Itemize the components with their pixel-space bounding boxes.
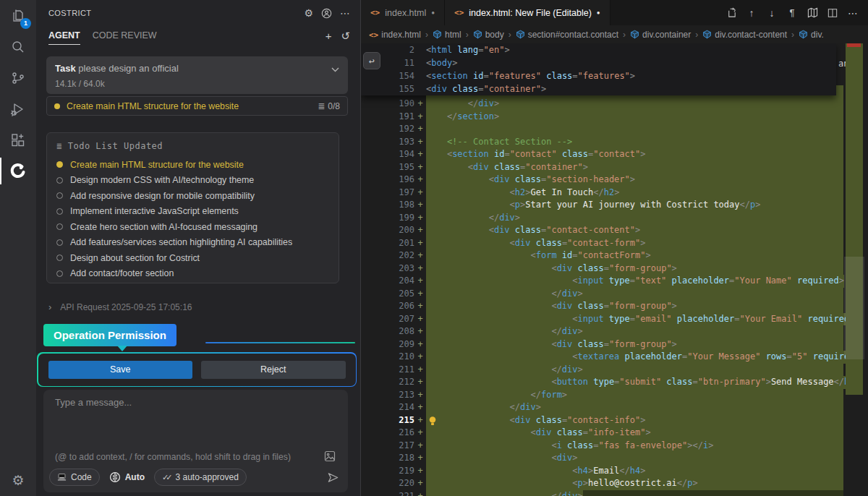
sidebar-title: COSTRICT [48, 9, 91, 17]
breadcrumb-item[interactable]: body [473, 30, 504, 40]
breadcrumb-item[interactable]: div.contact-content [702, 30, 787, 40]
more-actions-icon[interactable]: ⋯ [847, 7, 859, 19]
breadcrumb-item[interactable]: div.container [630, 30, 691, 40]
todo-bullet-icon [56, 208, 63, 215]
code-line-201[interactable]: 201+ <div class="contact-form"> [361, 237, 843, 250]
code-line-198[interactable]: 198+ <p>Start your AI journey with Costr… [361, 199, 843, 212]
sticky-line-154[interactable]: 154 <section id="features" class="featur… [361, 69, 836, 82]
api-request-row[interactable]: › API Request 2025-09-25 17:05:16 [48, 302, 192, 312]
chevron-down-icon[interactable] [331, 67, 339, 72]
auto-approved-pill[interactable]: ✓✓ 3 auto-approved [154, 469, 247, 486]
code-line-204[interactable]: 204+ <input type="text" placeholder="You… [361, 275, 843, 288]
mode-selector-code[interactable]: Code [49, 469, 100, 486]
code-line-190[interactable]: 190+ </div> [361, 98, 843, 111]
sticky-line-2[interactable]: 2<html lang="en"> [361, 43, 836, 56]
activity-item-run-debug[interactable] [0, 93, 36, 124]
activity-item-source-control[interactable] [0, 62, 36, 93]
code-line-209[interactable]: 209+ <div class="form-group"> [361, 338, 843, 351]
manage-gear-icon[interactable]: ⚙ [12, 472, 24, 489]
reject-button[interactable]: Reject [201, 361, 346, 379]
code-line-211[interactable]: 211+ </div> [361, 364, 843, 377]
lightbulb-icon[interactable] [428, 416, 437, 426]
open-preview-icon[interactable] [807, 7, 818, 19]
code-line-206[interactable]: 206+ <div class="form-group"> [361, 300, 843, 313]
code-line-205[interactable]: 205+ </div> [361, 288, 843, 301]
activity-item-costrict[interactable] [0, 155, 36, 187]
code-line-200[interactable]: 200+ <div class="contact-content"> [361, 224, 843, 237]
code-line-207[interactable]: 207+ <input type="email" placeholder="Yo… [361, 313, 843, 326]
modified-dot-icon[interactable]: ● [597, 9, 600, 16]
code-line-216[interactable]: 216+ <div class="info-item"> [361, 427, 843, 440]
html-file-icon: <> [454, 8, 464, 17]
code-line-221[interactable]: 221+ </div> [361, 490, 843, 496]
modified-dot-icon[interactable]: ● [431, 9, 435, 16]
breadcrumb-item[interactable]: html [433, 30, 461, 40]
code-line-218[interactable]: 218+ <div> [361, 452, 843, 465]
code-line-195[interactable]: 195+ <div class="container"> [361, 161, 843, 174]
account-icon[interactable] [321, 8, 332, 19]
code-line-215[interactable]: 215+ <div class="contact-info"> [361, 414, 843, 427]
scrollbar-thumb[interactable] [844, 257, 864, 359]
breadcrumb-item[interactable]: <>index.html [369, 30, 421, 40]
code-line-202[interactable]: 202+ <form id="contactForm"> [361, 249, 843, 262]
previous-change-icon[interactable]: ↑ [746, 7, 757, 19]
activity-item-explorer[interactable]: 1 [0, 0, 36, 31]
todo-list-card: ≣ Todo List Updated Create main HTML str… [46, 132, 339, 283]
code-line-220[interactable]: 220+ <p>hello@costrict.ai</p> [361, 477, 843, 490]
add-image-icon[interactable] [324, 450, 336, 462]
breadcrumb-item[interactable]: div. [799, 30, 824, 40]
todo-summary-row[interactable]: Create main HTML structure for the websi… [46, 96, 348, 116]
more-actions-icon[interactable]: ⋯ [340, 8, 350, 18]
tab-code-review[interactable]: CODE REVIEW [93, 30, 157, 40]
activity-item-extensions[interactable] [0, 124, 36, 155]
editor-tab-1[interactable]: <> index.html: New File (Editable) ● [445, 0, 610, 25]
code-line-208[interactable]: 208+ </div> [361, 325, 843, 338]
task-card[interactable]: Task please design an official 14.1k / 6… [46, 56, 348, 94]
code-line-213[interactable]: 213+ </form> [361, 389, 843, 402]
new-task-plus-icon[interactable]: + [326, 30, 332, 41]
code-line-203[interactable]: 203+ <div class="form-group"> [361, 262, 843, 275]
code-line-191[interactable]: 191+ </section> [361, 111, 843, 124]
active-todo-label: Create main HTML structure for the websi… [67, 101, 318, 111]
auto-model-selector[interactable]: Auto [109, 471, 145, 483]
rollback-button[interactable]: ↩ [363, 52, 380, 69]
split-editor-icon[interactable] [827, 7, 838, 19]
code-editor[interactable]: 189+ </div>190+ </div>191+ </section>192… [361, 43, 868, 496]
breadcrumb-label: section#contact.contact [528, 30, 618, 40]
settings-gear-icon[interactable]: ⚙ [304, 8, 313, 18]
code-line-214[interactable]: 214+ </div> [361, 401, 843, 414]
code-line-199[interactable]: 199+ </div> [361, 212, 843, 225]
rollback-icon: ↩ [369, 56, 375, 67]
code-line-210[interactable]: 210+ <textarea placeholder="Your Message… [361, 351, 843, 364]
send-button[interactable] [327, 471, 339, 484]
code-line-212[interactable]: 212+ <button type="submit" class="btn-pr… [361, 376, 843, 389]
code-line-196[interactable]: 196+ <div class="section-header"> [361, 174, 843, 187]
todo-item: Add contact/footer section [56, 266, 329, 282]
permission-badge-tail [117, 346, 127, 351]
code-line-192[interactable]: 192+ [361, 123, 843, 136]
extensions-icon [10, 132, 26, 148]
double-check-icon: ✓✓ [162, 473, 169, 482]
message-composer[interactable]: Type a message... (@ to add context, / f… [43, 390, 348, 492]
code-line-194[interactable]: 194+ <section id="contact" class="contac… [361, 148, 843, 161]
code-line-193[interactable]: 193+ <!-- Contact Section --> [361, 136, 843, 149]
save-button[interactable]: Save [48, 361, 193, 379]
code-line-219[interactable]: 219+ <h4>Email</h4> [361, 465, 843, 478]
activity-item-search[interactable] [0, 31, 36, 62]
editor-tab-0[interactable]: <> index.html ● [361, 0, 445, 25]
code-line-197[interactable]: 197+ <h2>Get In Touch</h2> [361, 187, 843, 200]
sticky-line-11[interactable]: 11<body> [361, 56, 836, 69]
editor-group: <> index.html ●<> index.html: New File (… [360, 0, 868, 496]
open-changes-icon[interactable] [726, 7, 737, 19]
next-change-icon[interactable]: ↓ [766, 7, 778, 19]
history-icon[interactable]: ↺ [341, 30, 350, 41]
code-line-217[interactable]: 217+ <i class="fas fa-envelope"></i> [361, 440, 843, 453]
sticky-scroll[interactable]: 2<html lang="en">11<body>154 <section id… [361, 43, 836, 95]
tab-agent[interactable]: AGENT [48, 30, 80, 40]
render-whitespace-icon[interactable]: ¶ [786, 7, 798, 19]
checklist-icon: ≣ [56, 141, 62, 151]
sticky-line-155[interactable]: 155 <div class="container"> [361, 82, 836, 95]
active-todo-dot-icon [54, 103, 60, 109]
todo-item: Implement interactive JavaScript element… [56, 204, 329, 220]
breadcrumb-item[interactable]: section#contact.contact [516, 30, 618, 40]
